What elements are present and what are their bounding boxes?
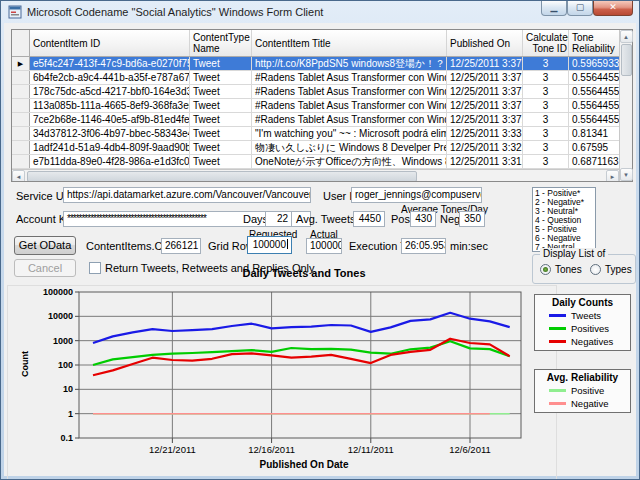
table-row[interactable]: 178c75dc-a5cd-4217-bbf0-164e3d3a22b6Twee… xyxy=(12,85,619,99)
execution-time-value[interactable]: 26:05.953 xyxy=(401,238,446,254)
pos-input[interactable]: 430 xyxy=(410,211,436,227)
row-pointer-icon[interactable] xyxy=(12,127,30,140)
days-input[interactable]: 22 xyxy=(265,211,292,227)
cell-title[interactable]: http://t.co/K8PpdSN5 windows8登場か！？ #foll… xyxy=(252,57,447,70)
cell-tone-id[interactable]: 3 xyxy=(523,85,569,98)
scroll-down-icon[interactable]: ▼ xyxy=(620,168,633,181)
cell-tone-id[interactable]: 3 xyxy=(523,127,569,140)
get-odata-button[interactable]: Get OData xyxy=(14,236,76,255)
svg-text:1: 1 xyxy=(68,409,73,419)
cell-published-on[interactable]: 12/25/2011 3:31:58 PM xyxy=(447,155,523,168)
cell-contenttype[interactable]: Tweet xyxy=(190,155,252,168)
row-pointer-icon[interactable] xyxy=(12,99,30,112)
cell-reliability[interactable]: 0.5965933 xyxy=(569,57,619,70)
cell-tone-id[interactable]: 3 xyxy=(523,99,569,112)
grid-rows-requested-input[interactable]: 100000 xyxy=(247,236,292,254)
scroll-up-icon[interactable]: ▲ xyxy=(620,30,633,43)
cell-tone-id[interactable]: 3 xyxy=(523,141,569,154)
cell-tone-id[interactable]: 3 xyxy=(523,155,569,168)
cell-contenttype[interactable]: Tweet xyxy=(190,71,252,84)
grid-vertical-scrollbar[interactable]: ▲ ▼ xyxy=(619,30,632,181)
column-header-tone-reliability[interactable]: Tone Reliability xyxy=(569,30,619,56)
cell-contentitem-id[interactable]: 6b4fe2cb-a9c4-441b-a35f-e787a673b089 xyxy=(30,71,190,84)
scroll-right-icon[interactable]: ► xyxy=(606,170,619,181)
cell-contentitem-id[interactable]: 178c75dc-a5cd-4217-bbf0-164e3d3a22b6 xyxy=(30,85,190,98)
cell-title[interactable]: 物凄い久しぶりに Windows 8 Develper Preveiw を起動.… xyxy=(252,141,447,154)
row-pointer-icon[interactable] xyxy=(12,71,30,84)
cell-reliability[interactable]: 0.67595 xyxy=(569,141,619,154)
close-icon[interactable]: ✕ xyxy=(593,1,633,16)
cell-contentitem-id[interactable]: 113a085b-111a-4665-8ef9-368fa3e0e6e4 xyxy=(30,99,190,112)
column-header-contentitem-id[interactable]: ContentItem ID xyxy=(30,30,190,56)
row-pointer-icon[interactable] xyxy=(12,113,30,126)
cell-reliability[interactable]: 0.5564455 xyxy=(569,85,619,98)
row-pointer-icon[interactable] xyxy=(12,85,30,98)
cell-tone-id[interactable]: 3 xyxy=(523,113,569,126)
row-header-corner[interactable] xyxy=(12,30,30,56)
cell-contenttype[interactable]: Tweet xyxy=(190,99,252,112)
minimize-icon[interactable]: ▁ xyxy=(541,1,567,16)
cancel-button[interactable]: Cancel xyxy=(14,259,76,277)
cell-published-on[interactable]: 12/25/2011 3:37:34 PM xyxy=(447,113,523,126)
avg-tweets-input[interactable]: 4450 xyxy=(353,211,385,227)
table-row[interactable]: 7ce2b68e-1146-40e5-af9b-81ed4fe50de6Twee… xyxy=(12,113,619,127)
cell-reliability[interactable]: 0.5564455 xyxy=(569,71,619,84)
cell-contentitem-id[interactable]: e7b11dda-89e0-4f28-986a-e1d3fc0b71d8 xyxy=(30,155,190,168)
cell-contenttype[interactable]: Tweet xyxy=(190,85,252,98)
table-row[interactable]: 34d37812-3f06-4b97-bbec-58343e4870e5Twee… xyxy=(12,127,619,141)
cell-contenttype[interactable]: Tweet xyxy=(190,127,252,140)
neg-input[interactable]: 350 xyxy=(459,211,485,227)
cell-contenttype[interactable]: Tweet xyxy=(190,141,252,154)
row-pointer-icon[interactable] xyxy=(12,141,30,154)
table-row[interactable]: ▶e5f4c247-413f-47c9-bd6a-e0270f75bd75Twe… xyxy=(12,57,619,71)
cell-contenttype[interactable]: Tweet xyxy=(190,113,252,126)
column-header-published-on[interactable]: Published On xyxy=(447,30,523,56)
cell-reliability[interactable]: 0.5564455 xyxy=(569,99,619,112)
maximize-icon[interactable]: ▢ xyxy=(567,1,593,16)
table-row[interactable]: 6b4fe2cb-a9c4-441b-a35f-e787a673b089Twee… xyxy=(12,71,619,85)
row-pointer-icon[interactable]: ▶ xyxy=(12,57,30,70)
cell-title[interactable]: #Radens Tablet Asus Transformer con Wind… xyxy=(252,71,447,84)
row-pointer-icon[interactable] xyxy=(12,155,30,168)
table-row[interactable]: 1adf241d-51a9-4db4-809f-9aad90b881f1Twee… xyxy=(12,141,619,155)
cell-contentitem-id[interactable]: 7ce2b68e-1146-40e5-af9b-81ed4fe50de6 xyxy=(30,113,190,126)
cell-tone-id[interactable]: 3 xyxy=(523,71,569,84)
cell-reliability[interactable]: 0.6871163 xyxy=(569,155,619,168)
cell-title[interactable]: #Radens Tablet Asus Transformer con Wind… xyxy=(252,85,447,98)
column-header-contentitem-title[interactable]: ContentItem Title xyxy=(252,30,447,56)
grid-rows-actual-value[interactable]: 100000 xyxy=(306,238,342,254)
cell-contentitem-id[interactable]: 34d37812-3f06-4b97-bbec-58343e4870e5 xyxy=(30,127,190,140)
cell-contenttype[interactable]: Tweet xyxy=(190,57,252,70)
scroll-left-icon[interactable]: ◄ xyxy=(12,170,25,181)
column-header-contenttype-name[interactable]: ContentType Name xyxy=(190,30,252,56)
cell-title[interactable]: #Radens Tablet Asus Transformer con Wind… xyxy=(252,113,447,126)
table-row[interactable]: e7b11dda-89e0-4f28-986a-e1d3fc0b71d8Twee… xyxy=(12,155,619,169)
cell-title[interactable]: "I'm watching you" ~~ : Microsoft podrá … xyxy=(252,127,447,140)
contentitems-count-value[interactable]: 266121 xyxy=(161,238,201,254)
cell-published-on[interactable]: 12/25/2011 3:37:41 PM xyxy=(447,57,523,70)
vertical-scroll-thumb[interactable] xyxy=(621,44,632,76)
cell-published-on[interactable]: 12/25/2011 3:37:34 PM xyxy=(447,99,523,112)
cell-published-on[interactable]: 12/25/2011 3:32:41 PM xyxy=(447,141,523,154)
radio-tones[interactable]: Tones xyxy=(540,264,582,275)
grid-horizontal-scrollbar[interactable]: ◄ ► xyxy=(12,169,619,181)
cell-reliability[interactable]: 0.5564455 xyxy=(569,113,619,126)
cell-reliability[interactable]: 0.81341 xyxy=(569,127,619,140)
service-uri-input[interactable]: https://api.datamarket.azure.com/Vancouv… xyxy=(63,187,311,203)
svg-text:12/11/2011: 12/11/2011 xyxy=(348,444,394,455)
cell-published-on[interactable]: 12/25/2011 3:37:34 PM xyxy=(447,85,523,98)
filter-checkbox[interactable] xyxy=(89,262,101,274)
radio-types[interactable]: Types xyxy=(590,264,632,275)
cell-contentitem-id[interactable]: 1adf241d-51a9-4db4-809f-9aad90b881f1 xyxy=(30,141,190,154)
cell-title[interactable]: #Radens Tablet Asus Transformer con Wind… xyxy=(252,99,447,112)
cell-published-on[interactable]: 12/25/2011 3:33:10 PM xyxy=(447,127,523,140)
cell-tone-id[interactable]: 3 xyxy=(523,57,569,70)
table-row[interactable]: 113a085b-111a-4665-8ef9-368fa3e0e6e4Twee… xyxy=(12,99,619,113)
cell-published-on[interactable]: 12/25/2011 3:37:35 PM xyxy=(447,71,523,84)
cell-title[interactable]: OneNoteが示すOfficeの方向性、Windows 8への対応は... xyxy=(252,155,447,168)
tone-legend-list[interactable]: 1 - Positive*2 - Negative*3 - Neutral*4 … xyxy=(532,187,596,252)
column-header-calculated-tone-id[interactable]: Calculated Tone ID xyxy=(523,30,569,56)
user-id-input[interactable]: roger_jennings@compuserve.com xyxy=(351,187,482,203)
cell-contentitem-id[interactable]: e5f4c247-413f-47c9-bd6a-e0270f75bd75 xyxy=(30,57,190,70)
horizontal-scroll-thumb[interactable] xyxy=(27,171,417,181)
